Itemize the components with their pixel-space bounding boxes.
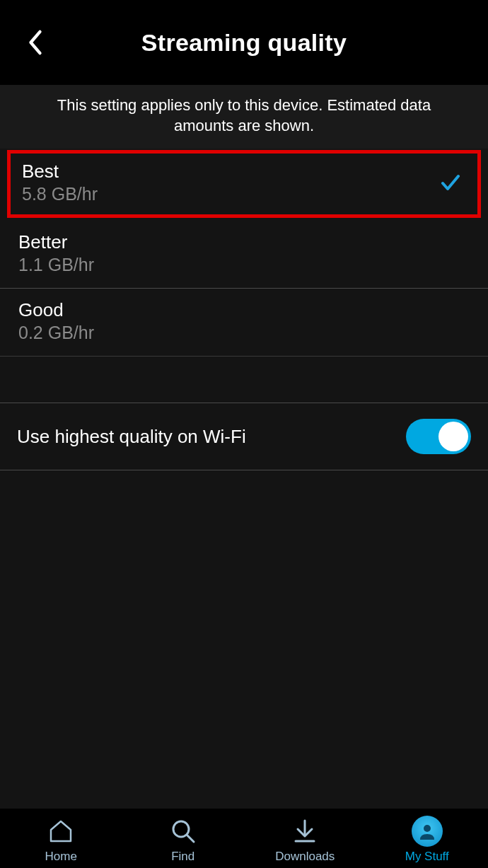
section-spacer — [0, 357, 488, 403]
download-icon — [291, 817, 319, 845]
header-bar: Streaming quality — [0, 0, 488, 85]
toggle-knob — [438, 422, 468, 451]
quality-label: Better — [18, 231, 94, 253]
home-icon — [47, 817, 75, 845]
wifi-quality-toggle[interactable] — [406, 419, 471, 454]
wifi-quality-label: Use highest quality on Wi-Fi — [17, 426, 246, 448]
quality-option-good[interactable]: Good 0.2 GB/hr — [0, 289, 488, 357]
svg-point-4 — [424, 825, 431, 832]
quality-option-best[interactable]: Best 5.8 GB/hr — [7, 150, 481, 218]
quality-list: Best 5.8 GB/hr Better 1.1 GB/hr Good 0.2… — [0, 150, 488, 357]
quality-label: Good — [18, 299, 94, 321]
nav-item-downloads[interactable]: Downloads — [244, 817, 366, 864]
nav-item-find[interactable]: Find — [122, 817, 245, 864]
page-title: Streaming quality — [141, 29, 347, 57]
nav-label: My Stuff — [405, 850, 449, 864]
nav-item-home[interactable]: Home — [0, 817, 122, 864]
quality-sublabel: 1.1 GB/hr — [18, 255, 94, 275]
search-icon — [169, 817, 197, 845]
avatar-icon — [412, 817, 443, 845]
quality-sublabel: 5.8 GB/hr — [22, 184, 98, 204]
svg-point-0 — [173, 821, 189, 837]
quality-sublabel: 0.2 GB/hr — [18, 323, 94, 343]
content-area: Best 5.8 GB/hr Better 1.1 GB/hr Good 0.2… — [0, 149, 488, 809]
nav-item-mystuff[interactable]: My Stuff — [366, 817, 489, 864]
nav-label: Downloads — [275, 850, 335, 864]
bottom-nav: Home Find Downloads — [0, 809, 488, 868]
checkmark-icon — [439, 171, 462, 194]
chevron-left-icon — [26, 28, 45, 57]
nav-label: Find — [171, 850, 194, 864]
quality-text: Best 5.8 GB/hr — [22, 161, 98, 204]
nav-label: Home — [45, 850, 77, 864]
back-button[interactable] — [21, 28, 50, 57]
quality-text: Better 1.1 GB/hr — [18, 231, 94, 275]
wifi-quality-row: Use highest quality on Wi-Fi — [0, 403, 488, 470]
quality-text: Good 0.2 GB/hr — [18, 299, 94, 343]
info-banner: This setting applies only to this device… — [0, 85, 488, 149]
quality-label: Best — [22, 161, 98, 183]
svg-line-1 — [187, 835, 194, 842]
quality-option-better[interactable]: Better 1.1 GB/hr — [0, 221, 488, 289]
